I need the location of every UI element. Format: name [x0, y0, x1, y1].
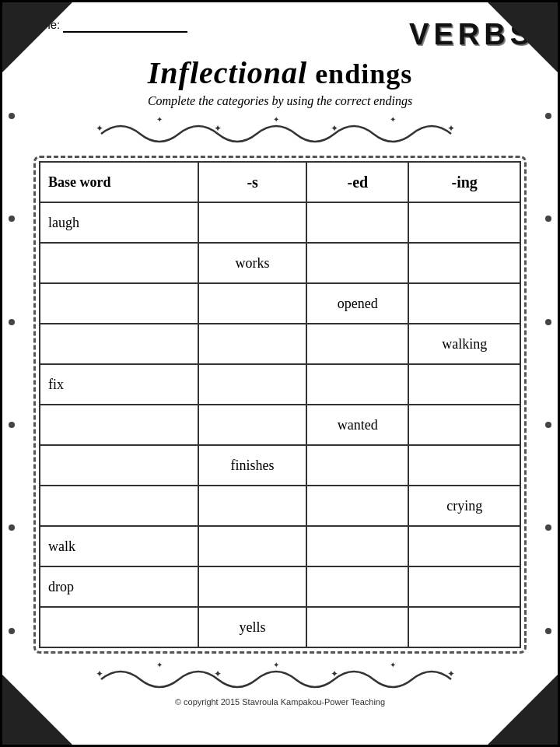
svg-text:✦: ✦ [96, 668, 103, 679]
table-row: fix [40, 364, 520, 405]
wavy-decoration-bottom: ✦ ✦ ✦ ✦ ✦ ✦ ✦ [26, 660, 534, 694]
table-cell: wanted [306, 405, 408, 445]
table-cell: walk [40, 526, 198, 566]
svg-text:✦: ✦ [273, 115, 279, 124]
table-cell [306, 607, 408, 647]
table-cell: walking [408, 324, 520, 364]
header-ed: -ed [306, 162, 408, 202]
header-ing: -ing [408, 162, 520, 202]
header-s: -s [198, 162, 306, 202]
page-content: Name: VERBS Inflectional endings Complet… [10, 10, 550, 737]
table-cell: fix [40, 364, 198, 405]
table-row: finishes [40, 445, 520, 486]
table-cell [40, 445, 198, 486]
table-cell [408, 243, 520, 283]
table-row: walk [40, 526, 520, 566]
table-cell [306, 243, 408, 283]
main-title: Inflectional endings [26, 54, 534, 91]
header-row: Name: VERBS [26, 18, 534, 51]
svg-text:✦: ✦ [447, 123, 455, 134]
table-cell [306, 324, 408, 364]
table-cell [408, 283, 520, 324]
table-cell [306, 445, 408, 486]
table-row: laugh [40, 202, 520, 243]
table-cell [40, 486, 198, 526]
svg-text:✦: ✦ [214, 668, 222, 679]
table-row: yells [40, 607, 520, 647]
table-cell [40, 607, 198, 647]
table-cell: finishes [198, 445, 306, 486]
table-cell [40, 243, 198, 283]
table-row: walking [40, 324, 520, 364]
worksheet-page: Name: VERBS Inflectional endings Complet… [0, 0, 560, 747]
table-cell: crying [408, 486, 520, 526]
table-cell [408, 202, 520, 243]
svg-text:✦: ✦ [447, 668, 455, 679]
table-row: works [40, 243, 520, 283]
table-cell [408, 607, 520, 647]
table-row: crying [40, 486, 520, 526]
svg-text:✦: ✦ [96, 123, 103, 134]
table-cell [306, 364, 408, 405]
table-cell [40, 283, 198, 324]
table-cell: drop [40, 566, 198, 607]
table-header-row: Base word -s -ed -ing [40, 162, 520, 202]
verbs-table: Base word -s -ed -ing laughworksopenedwa… [39, 161, 521, 648]
table-cell [408, 566, 520, 607]
table-row: wanted [40, 405, 520, 445]
table-cell [306, 486, 408, 526]
table-cell: works [198, 243, 306, 283]
copyright: © copyright 2015 Stavroula Kampakou-Powe… [26, 697, 534, 707]
endings-label: endings [307, 58, 412, 89]
table-cell [408, 405, 520, 445]
svg-text:✦: ✦ [390, 661, 396, 669]
svg-text:✦: ✦ [273, 661, 279, 669]
table-cell [198, 526, 306, 566]
name-field [63, 18, 187, 33]
table-cell [198, 486, 306, 526]
table-row: opened [40, 283, 520, 324]
table-cell [40, 405, 198, 445]
svg-text:✦: ✦ [390, 115, 396, 124]
table-cell: laugh [40, 202, 198, 243]
table-cell [306, 202, 408, 243]
table-cell [408, 364, 520, 405]
table-cell [408, 445, 520, 486]
table-cell [306, 526, 408, 566]
svg-text:✦: ✦ [214, 123, 222, 134]
table-cell [198, 283, 306, 324]
subtitle: Complete the categories by using the cor… [26, 94, 534, 108]
table-cell [198, 324, 306, 364]
table-wrapper: Base word -s -ed -ing laughworksopenedwa… [33, 156, 527, 654]
table-row: drop [40, 566, 520, 607]
table-cell: opened [306, 283, 408, 324]
table-cell [198, 566, 306, 607]
table-cell: yells [198, 607, 306, 647]
svg-text:✦: ✦ [331, 668, 338, 679]
svg-text:✦: ✦ [156, 661, 163, 669]
table-cell [306, 566, 408, 607]
header-base-word: Base word [40, 162, 198, 202]
table-cell [40, 324, 198, 364]
table-cell [198, 364, 306, 405]
inflectional-label: Inflectional [148, 55, 307, 90]
wavy-decoration-top: ✦ ✦ ✦ ✦ ✦ ✦ ✦ [26, 114, 534, 148]
svg-text:✦: ✦ [156, 115, 163, 124]
table-cell [198, 405, 306, 445]
svg-text:✦: ✦ [331, 123, 338, 134]
table-cell [198, 202, 306, 243]
table-cell [408, 526, 520, 566]
